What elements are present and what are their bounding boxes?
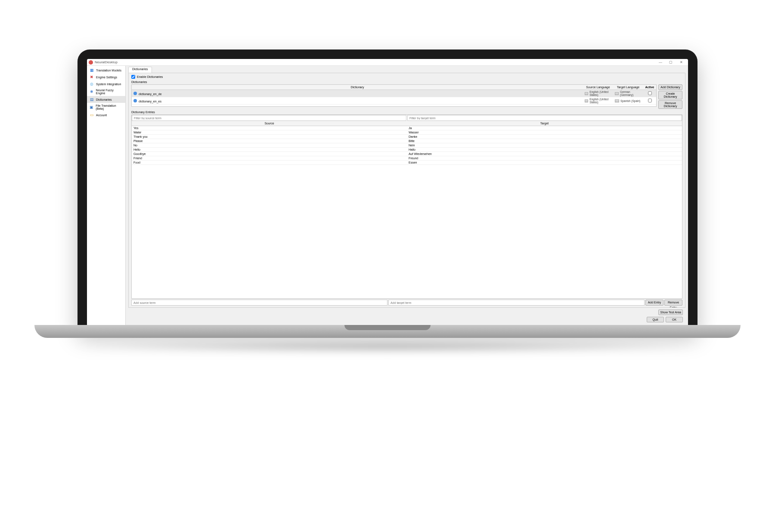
maximize-button[interactable]: ▢ [666, 59, 676, 65]
remove-dictionary-button[interactable]: Remove Dictionary [658, 100, 682, 109]
file-icon: ▣ [90, 105, 93, 109]
dictionaries-table[interactable]: Dictionary Source Language Target Langua… [131, 84, 657, 107]
entry-row[interactable]: HelloHallo [132, 148, 682, 152]
content-area: Dictionaries Enable Dictionaries Diction… [126, 66, 688, 326]
entry-buttons: Add Entry Remove Entry [645, 300, 682, 306]
entry-row[interactable]: YesJa [132, 126, 682, 130]
col-dictionary[interactable]: Dictionary [132, 85, 583, 90]
entry-row[interactable]: WaterWasser [132, 130, 682, 135]
tab-dictionaries[interactable]: Dictionaries [128, 67, 152, 73]
filter-target-input[interactable] [407, 115, 682, 121]
dictionary-row[interactable]: dictionary_en_deEnglish (United States)G… [132, 90, 656, 97]
add-entry-row: Add Entry Remove Entry [131, 300, 682, 306]
entries-label: Dictionary Entries [131, 111, 682, 114]
entry-source-cell: Please [132, 139, 407, 143]
col-source-language[interactable]: Source Language [583, 85, 613, 90]
dict-name-cell: dictionary_en_es [132, 97, 583, 105]
entry-target-cell: Bitte [407, 139, 682, 143]
add-dictionary-button[interactable]: Add Dictionary [658, 84, 682, 90]
dict-active-cell [643, 97, 656, 105]
entry-source-cell: Goodbye [132, 152, 407, 156]
entry-source-cell: Hello [132, 148, 407, 152]
dict-active-checkbox[interactable] [648, 91, 652, 95]
entry-row[interactable]: PleaseBitte [132, 139, 682, 143]
entry-source-cell: No [132, 143, 407, 148]
tabbar: Dictionaries [128, 67, 685, 73]
dict-target-cell: German (Germany) [613, 90, 643, 97]
sidebar-item-label: System Integration [96, 83, 121, 86]
dict-name-cell: dictionary_en_de [132, 90, 583, 97]
remove-entry-button[interactable]: Remove Entry [664, 300, 682, 306]
entry-target-cell: Essen [407, 161, 682, 165]
show-test-area-button[interactable]: Show Test Area [658, 309, 683, 315]
sidebar-item-fuzzy-engine[interactable]: ✱ Neural Fuzzy Engine [87, 87, 125, 96]
dict-source-cell: English (United States) [583, 97, 613, 105]
entry-target-cell: Hallo [407, 148, 682, 152]
entry-target-cell: Auf Wiedersehen [407, 152, 682, 156]
sidebar-item-translation-models[interactable]: ▦ Translation Models [87, 67, 125, 74]
sidebar-item-file-translation[interactable]: ▣ File Translation (Beta) [87, 103, 125, 111]
dictionaries-block: Dictionary Source Language Target Langua… [131, 84, 682, 109]
settings-icon: ✖ [90, 75, 94, 79]
create-dictionary-button[interactable]: Create Dictionary [658, 91, 682, 99]
app-title: NeuralDesktop [95, 60, 118, 64]
dictionary-icon: ▤ [90, 97, 94, 102]
dict-row-icon [133, 92, 137, 95]
entry-target-cell: Ja [407, 126, 682, 130]
filter-row [132, 115, 682, 121]
laptop-notch [344, 325, 431, 330]
sidebar-item-label: File Translation (Beta) [96, 104, 123, 110]
sidebar-item-label: Account [96, 114, 107, 117]
dictionaries-panel: Enable Dictionaries Dictionaries Diction… [128, 73, 685, 308]
sidebar-item-account[interactable]: ▭ Account [87, 111, 125, 118]
entry-row[interactable]: FriendFreund [132, 156, 682, 161]
col-target-language[interactable]: Target Language [613, 85, 643, 90]
add-target-input[interactable] [388, 300, 645, 306]
entries-table-wrap[interactable]: Source Target YesJaWaterWasserThank youD… [131, 114, 682, 299]
minimize-button[interactable]: — [655, 59, 666, 65]
entry-target-cell: Nein [407, 143, 682, 148]
dict-target-cell: Spanish (Spain) [613, 97, 643, 105]
entry-target-cell: Freund [407, 156, 682, 161]
entry-row[interactable]: FoodEssen [132, 161, 682, 165]
fuzzy-icon: ✱ [90, 90, 94, 94]
sidebar: ▦ Translation Models ✖ Engine Settings ◎… [87, 66, 126, 326]
entry-row[interactable]: NoNein [132, 143, 682, 148]
sidebar-item-dictionaries[interactable]: ▤ Dictionaries [87, 96, 125, 103]
entries-section: Source Target YesJaWaterWasserThank youD… [131, 114, 682, 306]
flag-icon [615, 92, 619, 95]
dictionary-row[interactable]: dictionary_en_esEnglish (United States)S… [132, 97, 656, 105]
laptop-shadow [60, 340, 715, 353]
footer-row-2: Quit OK [128, 317, 685, 324]
entry-row[interactable]: GoodbyeAuf Wiedersehen [132, 152, 682, 156]
entry-source-cell: Yes [132, 126, 407, 130]
sidebar-item-label: Engine Settings [96, 76, 117, 79]
filter-source-input[interactable] [132, 115, 406, 121]
col-active[interactable]: Active [643, 85, 656, 90]
entry-row[interactable]: Thank youDanke [132, 135, 682, 139]
sidebar-item-system-integration[interactable]: ◎ System Integration [87, 80, 125, 87]
footer-row-1: Show Test Area [128, 308, 685, 317]
entry-source-cell: Food [132, 161, 407, 165]
entry-source-cell: Water [132, 130, 407, 135]
dict-row-icon [133, 99, 137, 102]
entry-target-cell: Danke [407, 135, 682, 139]
account-icon: ▭ [90, 113, 94, 117]
dict-active-checkbox[interactable] [648, 99, 652, 102]
dict-active-cell [643, 90, 656, 97]
add-source-input[interactable] [131, 300, 388, 306]
col-target[interactable]: Target [407, 121, 682, 126]
flag-icon [615, 99, 619, 102]
enable-dictionaries-checkbox[interactable] [131, 75, 135, 79]
close-button[interactable]: ✕ [676, 59, 686, 65]
quit-button[interactable]: Quit [647, 317, 664, 322]
sidebar-item-engine-settings[interactable]: ✖ Engine Settings [87, 74, 125, 80]
entry-target-cell: Wasser [407, 130, 682, 135]
add-entry-button[interactable]: Add Entry [645, 300, 663, 306]
titlebar: NeuralDesktop — ▢ ✕ [87, 59, 688, 66]
col-source[interactable]: Source [132, 121, 407, 126]
ok-button[interactable]: OK [666, 317, 683, 322]
sidebar-item-label: Dictionaries [96, 98, 112, 101]
dictionaries-label: Dictionaries [131, 80, 682, 84]
enable-row: Enable Dictionaries [131, 75, 682, 79]
